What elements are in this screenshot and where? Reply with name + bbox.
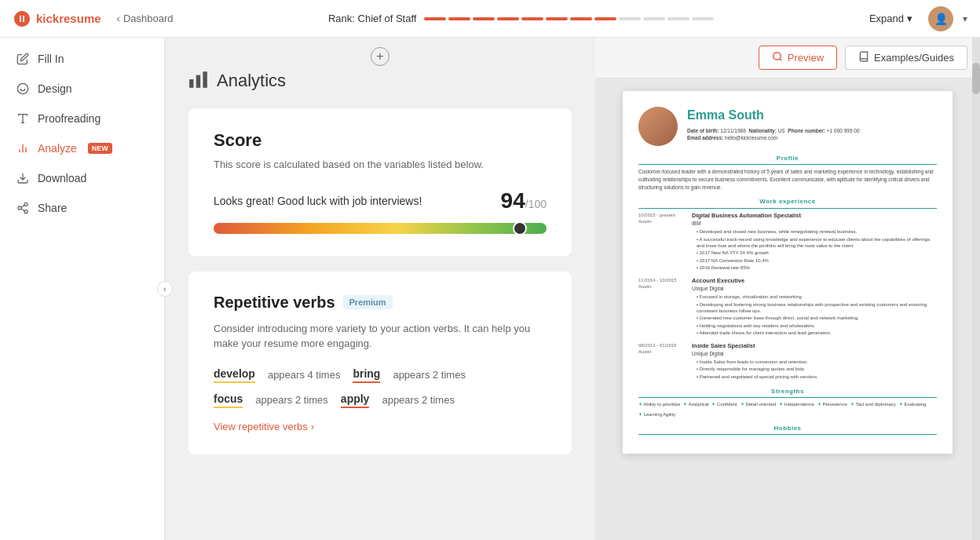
examples-button[interactable]: Examples/Guides	[845, 46, 967, 70]
download-label: Download	[38, 172, 86, 184]
verbs-title: Repetitive verbs	[214, 294, 335, 312]
chart-icon	[16, 141, 30, 155]
rank-seg-8	[594, 17, 616, 20]
verb-list: develop appears 4 times bring appears 2 …	[214, 367, 547, 408]
sidebar-item-proofreading[interactable]: Proofreading	[0, 104, 164, 133]
logo-icon	[13, 9, 31, 28]
strength-1: Analytical	[683, 401, 708, 407]
verbs-description: Consider introducing more variety to you…	[214, 321, 547, 352]
job-0-bullet-1: • A successful track-record using knowle…	[697, 236, 937, 250]
preview-button[interactable]: Preview	[759, 46, 837, 70]
score-bar	[214, 223, 547, 234]
strength-0: Ability to prioritize	[638, 401, 680, 407]
verb-row-0: develop appears 4 times bring appears 2 …	[214, 367, 547, 383]
verb-count-bring: appears 2 times	[393, 369, 466, 381]
job-1-bullet-3: • Holding negotiations with key retailer…	[697, 323, 937, 329]
score-title: Score	[214, 130, 547, 151]
strength-7: Evaluating	[899, 401, 927, 407]
verb-row-1: focus appears 2 times apply appears 2 ti…	[214, 392, 547, 408]
svg-point-9	[24, 210, 27, 213]
svg-rect-13	[196, 75, 200, 88]
job-1-bullet-2: • Generated new customer base through di…	[697, 315, 937, 321]
svg-rect-12	[189, 79, 193, 88]
svg-line-11	[21, 205, 25, 207]
resume-header-info: Emma South Date of birth: 12/11/1988 Nat…	[687, 107, 860, 142]
rank-seg-9	[619, 17, 641, 20]
sidebar-collapse-button[interactable]: ‹	[157, 281, 173, 297]
sidebar-wrapper: Fill In Design Proofreading Analyze NEW	[0, 38, 165, 540]
resume-document: Emma South Date of birth: 12/11/1988 Nat…	[623, 91, 953, 454]
job-2-bullet-0: • Inside Sales from leads to conversion …	[697, 359, 937, 365]
sidebar-item-share[interactable]: Share	[0, 193, 164, 223]
job-1-bullet-1: • Developing and fostering strong busine…	[697, 301, 937, 315]
avatar[interactable]: 👤	[928, 6, 953, 31]
dashboard-link[interactable]: Dashboard	[123, 13, 174, 24]
share-icon	[16, 201, 30, 215]
proofreading-label: Proofreading	[38, 112, 101, 125]
strengths-section-title: Strengths	[638, 387, 937, 398]
job-2-bullet-2: • Partnered and negotiated of special pr…	[697, 374, 937, 380]
job-2-bullet-1: • Directly responsible for managing quot…	[697, 366, 937, 372]
job-1-bullet-4: • Attended trade shows for client intera…	[697, 330, 937, 336]
sidebar-item-download[interactable]: Download	[0, 163, 164, 193]
rank-seg-6	[546, 17, 568, 20]
score-indicator	[513, 221, 527, 235]
rank-seg-5	[521, 17, 543, 20]
work-section-title: Work experience	[638, 197, 937, 208]
job-1-date: 11/2014 - 10/2015Austin	[638, 277, 686, 338]
add-section-button[interactable]: +	[371, 47, 389, 66]
job-1-content: Account Executive Unique Digital • Focus…	[692, 277, 937, 338]
sidebar-item-analyze[interactable]: Analyze NEW	[0, 133, 164, 163]
resume-contact-info: Date of birth: 12/11/1988 Nationality: U…	[687, 127, 860, 141]
job-2-date: 08/2013 - 01/2015Austin	[638, 342, 686, 381]
svg-point-0	[17, 83, 27, 93]
verb-word-develop: develop	[214, 367, 255, 383]
resume-name: Emma South	[687, 107, 860, 124]
content-area: + Analytics Score This score is calculat…	[165, 38, 980, 540]
view-repetitive-verbs-link[interactable]: View repetitive verbs ›	[214, 421, 547, 432]
strengths-list: Ability to prioritize Analytical Confide…	[638, 401, 937, 418]
book-icon	[858, 51, 869, 64]
preview-panel: Preview Examples/Guides	[595, 38, 980, 540]
download-icon	[16, 171, 30, 185]
strength-6: Tact and diplomacy	[850, 401, 896, 407]
palette-icon	[16, 82, 30, 96]
expand-chevron-icon: ▾	[907, 13, 912, 24]
analytics-header: Analytics	[188, 69, 572, 93]
back-button[interactable]: ‹ Dashboard	[117, 13, 174, 24]
job-0-bullet-2: • 2017 New NA YTY 24.4% growth	[697, 250, 937, 256]
avatar-dropdown-icon[interactable]: ▾	[963, 13, 967, 24]
verb-count-focus: appears 2 times	[255, 394, 328, 406]
rank-section: Rank: Chief of Staff	[183, 13, 860, 24]
profile-section-title: Profile	[638, 154, 937, 165]
resume-header: Emma South Date of birth: 12/11/1988 Nat…	[638, 107, 937, 146]
top-nav: kickresume ‹ Dashboard Rank: Chief of St…	[0, 0, 980, 38]
design-label: Design	[38, 82, 72, 95]
svg-point-8	[18, 206, 21, 210]
job-0-bullet-4: • 2016 Renewal rate 85%	[697, 265, 937, 271]
verb-count-apply: appears 2 times	[382, 394, 455, 406]
job-1-company: Unique Digital	[692, 285, 937, 292]
svg-point-15	[773, 53, 781, 60]
repetitive-verbs-card: Repetitive verbs Premium Consider introd…	[188, 272, 572, 454]
strength-8: Learning Agility	[638, 411, 675, 418]
profile-text: Customer-focused leader with a demonstra…	[638, 168, 937, 191]
preview-content: Emma South Date of birth: 12/11/1988 Nat…	[595, 78, 980, 540]
sidebar-item-design[interactable]: Design	[0, 74, 164, 104]
back-arrow-icon: ‹	[117, 13, 120, 24]
rank-seg-2	[448, 17, 470, 20]
scroll-track[interactable]	[972, 38, 980, 540]
logo[interactable]: kickresume	[13, 9, 101, 28]
verb-word-apply: apply	[341, 392, 370, 408]
expand-button[interactable]: Expand ▾	[869, 13, 912, 24]
scroll-thumb[interactable]	[972, 63, 980, 94]
analytics-title: Analytics	[217, 71, 286, 91]
svg-line-10	[21, 209, 25, 211]
bar-chart-icon	[188, 69, 209, 93]
score-description: This score is calculated based on the va…	[214, 157, 547, 173]
sidebar-item-fill-in[interactable]: Fill In	[0, 44, 164, 74]
editor-panel[interactable]: + Analytics Score This score is calculat…	[165, 38, 595, 540]
strength-4: Independence	[779, 401, 814, 407]
job-0-bullet-0: • Developed and closed new business, whi…	[697, 228, 937, 235]
rank-label: Rank: Chief of Staff	[328, 13, 417, 24]
